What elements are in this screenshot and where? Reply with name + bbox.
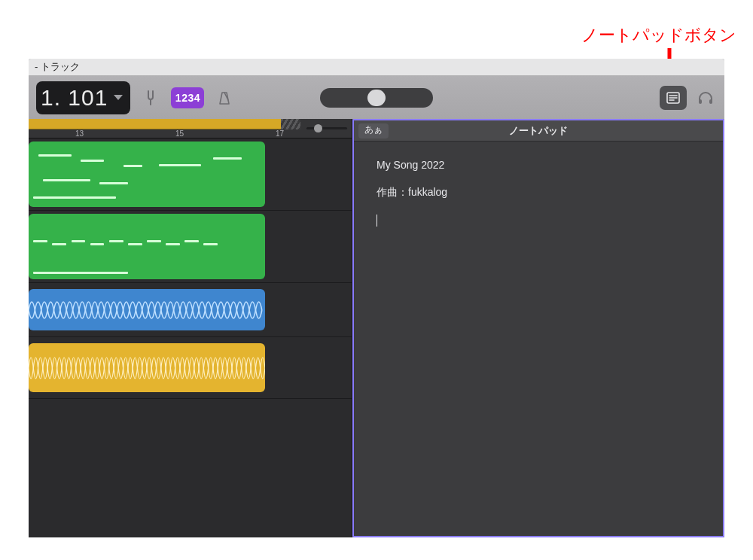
notepad-header: あぁ ノートパッド — [354, 120, 723, 142]
workspace: 13 15 17 — [29, 119, 724, 537]
notepad-icon — [666, 92, 680, 104]
annotation-label: ノートパッドボタン — [572, 24, 745, 47]
metronome-icon[interactable] — [213, 87, 236, 109]
midi-region[interactable] — [29, 142, 265, 207]
cycle-range[interactable] — [29, 119, 281, 129]
headphones-icon[interactable] — [694, 87, 717, 109]
svg-rect-2 — [709, 99, 712, 104]
ruler-hatch — [281, 119, 300, 129]
horizontal-zoom-slider[interactable] — [306, 121, 347, 135]
tracks-area[interactable]: 13 15 17 — [29, 119, 352, 537]
lcd-display[interactable]: 1. 101 — [36, 81, 130, 114]
app-window: - トラック 1. 101 1234 — [29, 59, 724, 537]
slider-knob[interactable] — [367, 90, 386, 106]
text-cursor — [376, 215, 377, 227]
notepad-line: My Song 2022 — [376, 157, 700, 173]
master-volume-slider[interactable] — [320, 88, 433, 108]
midi-region[interactable] — [29, 214, 265, 279]
ruler-tick: 15 — [175, 129, 184, 138]
notepad-panel: あぁ ノートパッド My Song 2022 作曲：fukkalog — [352, 119, 724, 537]
audio-region[interactable] — [29, 289, 265, 330]
tuning-fork-icon[interactable] — [139, 87, 162, 109]
lcd-bar-beat: 1. 101 — [41, 85, 108, 111]
notepad-button[interactable] — [660, 86, 687, 110]
window-title: - トラック — [35, 60, 80, 74]
ruler-tick: 13 — [75, 129, 84, 138]
notepad-line — [376, 212, 700, 228]
audio-region[interactable] — [29, 343, 265, 392]
count-in-button[interactable]: 1234 — [171, 87, 204, 108]
track-lane[interactable] — [29, 211, 352, 283]
window-titlebar: - トラック — [29, 59, 724, 75]
track-lane[interactable] — [29, 337, 352, 399]
toolbar: 1. 101 1234 — [29, 75, 724, 119]
chevron-down-icon[interactable] — [114, 95, 123, 100]
track-lane[interactable] — [29, 283, 352, 337]
track-lane[interactable] — [29, 138, 352, 211]
notepad-line: 作曲：fukkalog — [376, 184, 700, 200]
notepad-title: ノートパッド — [354, 124, 723, 138]
notepad-textarea[interactable]: My Song 2022 作曲：fukkalog — [354, 142, 723, 254]
timeline-ruler[interactable]: 13 15 17 — [29, 119, 352, 138]
ruler-tick: 17 — [276, 129, 284, 138]
svg-rect-1 — [699, 99, 702, 104]
count-in-label: 1234 — [175, 92, 200, 104]
